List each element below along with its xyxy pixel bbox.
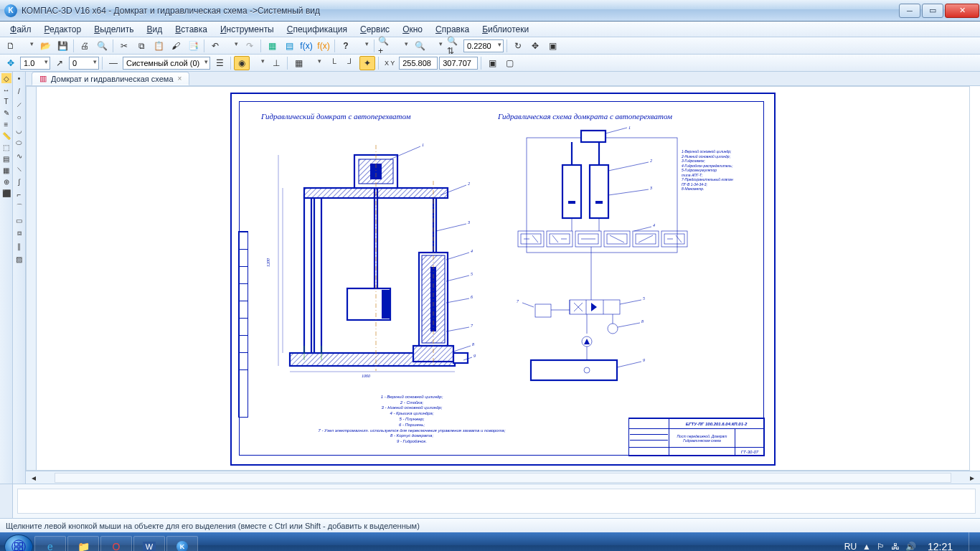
format-painter-icon[interactable]: 🖌: [168, 39, 184, 53]
maximize-button[interactable]: ▭: [922, 4, 943, 18]
task-ie-icon[interactable]: e: [34, 536, 66, 551]
designations-panel-icon[interactable]: T: [1, 96, 11, 106]
grid-align-icon[interactable]: ⊥: [268, 56, 284, 70]
zoom-window-icon[interactable]: 🔍: [412, 39, 428, 53]
refresh-icon[interactable]: ↻: [510, 39, 526, 53]
ellipse-tool-icon[interactable]: ⬭: [14, 138, 24, 148]
edit-panel-icon[interactable]: ✎: [1, 108, 11, 118]
help-dropdown[interactable]: [355, 39, 371, 53]
zoom-in-dropdown[interactable]: [395, 39, 410, 53]
geometry-panel-icon[interactable]: ◇: [1, 73, 11, 83]
menu-help[interactable]: Справка: [430, 23, 475, 36]
spec-panel-icon[interactable]: ▤: [1, 154, 11, 164]
zoom-value-field[interactable]: 0.2280: [463, 39, 504, 52]
tray-network-icon[interactable]: 🖧: [891, 542, 900, 551]
coord-x-field[interactable]: 255.808: [399, 57, 438, 70]
lcs-icon[interactable]: ✦: [359, 56, 375, 70]
shift-view-icon[interactable]: ✥: [527, 39, 543, 53]
collect-tool-icon[interactable]: ⧈: [14, 228, 24, 238]
tab-close-icon[interactable]: ×: [178, 75, 182, 83]
menu-view[interactable]: Вид: [141, 23, 169, 36]
stop3d-icon[interactable]: ▣: [484, 56, 500, 70]
tab-drawing[interactable]: ▥ Домкрат и гидравлическая схема ×: [32, 72, 189, 85]
start-button[interactable]: [4, 534, 33, 551]
stop2d-icon[interactable]: ▢: [501, 56, 517, 70]
drawing-canvas[interactable]: Гидравлический домкрат с автоперехватом …: [26, 86, 970, 471]
point-tool-icon[interactable]: •: [14, 73, 24, 83]
library-icon[interactable]: ▤: [281, 39, 297, 53]
preview-icon[interactable]: 🔍: [94, 39, 110, 53]
circle-tool-icon[interactable]: ○: [14, 112, 24, 122]
insert-panel-icon[interactable]: ⊕: [1, 176, 11, 187]
line-tool-icon[interactable]: /: [14, 86, 24, 96]
undo-dropdown[interactable]: [225, 39, 240, 53]
menu-service[interactable]: Сервис: [354, 23, 395, 36]
task-word-icon[interactable]: W: [133, 536, 165, 551]
menu-spec[interactable]: Спецификация: [281, 23, 353, 36]
properties-icon[interactable]: 📑: [185, 39, 201, 53]
measure-panel-icon[interactable]: 📏: [1, 131, 11, 141]
new-doc-icon[interactable]: 🗋: [3, 39, 19, 53]
hatch-tool-icon[interactable]: ▨: [14, 254, 24, 264]
print-icon[interactable]: 🖨: [77, 39, 93, 53]
rect-tool-icon[interactable]: ▭: [14, 215, 24, 225]
snap-dropdown[interactable]: [251, 56, 267, 70]
menu-tools[interactable]: Инструменты: [215, 23, 280, 36]
round-icon[interactable]: ┘: [342, 56, 358, 70]
paste-icon[interactable]: 📋: [151, 39, 166, 53]
undo-icon[interactable]: ↶: [207, 39, 223, 53]
task-explorer-icon[interactable]: 📁: [67, 536, 99, 551]
style-icon[interactable]: —: [105, 56, 121, 70]
grid-icon[interactable]: ▦: [291, 56, 306, 70]
cut-icon[interactable]: ✂: [116, 39, 132, 53]
coord-y-field[interactable]: 307.707: [439, 57, 478, 70]
views-panel-icon[interactable]: ⬛: [1, 188, 11, 198]
task-opera-icon[interactable]: O: [100, 536, 132, 551]
redo-icon[interactable]: ↷: [242, 39, 258, 53]
zoom-in-icon[interactable]: 🔍+: [377, 39, 393, 53]
angle-field[interactable]: 0: [69, 57, 99, 70]
help-icon[interactable]: ?: [338, 39, 354, 53]
tray-flag-icon[interactable]: ▲: [862, 542, 871, 551]
horizontal-scrollbar[interactable]: ◂ ▸: [26, 471, 980, 484]
arc-tool-icon[interactable]: ◡: [14, 125, 24, 135]
minimize-button[interactable]: ─: [899, 4, 920, 18]
equidistant-tool-icon[interactable]: ∥: [14, 241, 24, 251]
close-button[interactable]: ✕: [945, 4, 979, 18]
open-icon[interactable]: 📂: [37, 39, 53, 53]
scroll-right-icon[interactable]: ▸: [964, 471, 980, 485]
tray-lang[interactable]: RU: [844, 542, 857, 551]
tray-flag2-icon[interactable]: 🏳: [877, 542, 885, 551]
step-field[interactable]: 1.0: [20, 57, 50, 70]
zoom-dynamic-icon[interactable]: 🔍⇅: [446, 39, 462, 53]
variables-icon[interactable]: f(x): [298, 39, 314, 53]
snap-global-icon[interactable]: ◉: [234, 56, 250, 70]
scroll-left-icon[interactable]: ◂: [26, 471, 42, 485]
dimensions-panel-icon[interactable]: ↔: [1, 85, 11, 95]
layer-field[interactable]: Системный слой (0): [123, 57, 210, 70]
manager-icon[interactable]: ▦: [264, 39, 280, 53]
chamfer-tool-icon[interactable]: ⌐: [14, 189, 24, 199]
new-doc-dropdown[interactable]: [20, 39, 36, 53]
copy-icon[interactable]: ⧉: [133, 39, 149, 53]
zoom-window-dropdown[interactable]: [429, 39, 445, 53]
snap-icon[interactable]: ✥: [3, 56, 19, 70]
show-desktop-button[interactable]: [969, 532, 976, 551]
tray-volume-icon[interactable]: 🔊: [905, 542, 916, 551]
fillet-tool-icon[interactable]: ⌒: [14, 202, 24, 212]
menu-select[interactable]: Выделить: [88, 23, 139, 36]
params-panel-icon[interactable]: ≡: [1, 119, 11, 129]
property-panel-tabs[interactable]: [0, 484, 13, 518]
polyline-tool-icon[interactable]: ⟍: [14, 164, 24, 174]
bezier-tool-icon[interactable]: ∫: [14, 176, 24, 187]
aux-line-icon[interactable]: ⟋: [14, 99, 24, 109]
tray-clock[interactable]: 12:21: [922, 541, 958, 551]
save-icon[interactable]: 💾: [55, 39, 70, 53]
menu-file[interactable]: Файл: [4, 23, 37, 36]
menu-edit[interactable]: Редактор: [39, 23, 88, 36]
ortho-icon[interactable]: └: [325, 56, 341, 70]
menu-window[interactable]: Окно: [397, 23, 428, 36]
fit-icon[interactable]: ▣: [545, 39, 560, 53]
angle-icon[interactable]: ↗: [52, 56, 67, 70]
menu-insert[interactable]: Вставка: [169, 23, 213, 36]
